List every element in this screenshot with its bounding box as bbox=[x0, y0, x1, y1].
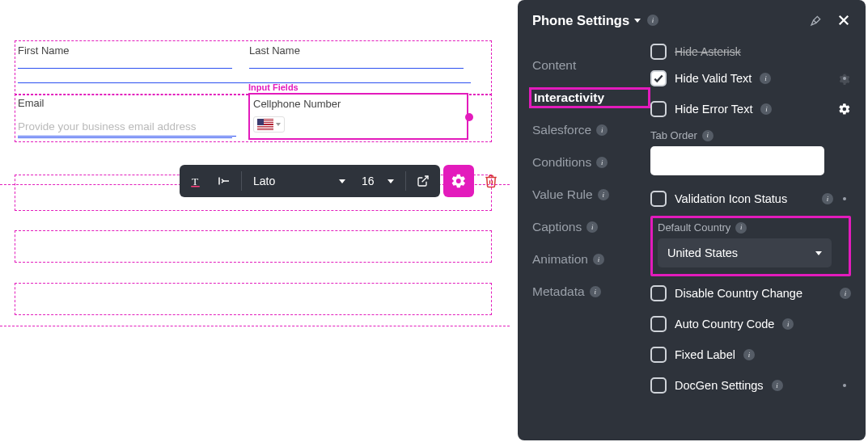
info-icon: i bbox=[590, 286, 601, 297]
info-icon: i bbox=[822, 193, 833, 204]
docgen-settings-label: DocGen Settings bbox=[675, 379, 764, 392]
email-label: Email bbox=[18, 97, 240, 109]
fixed-label-checkbox[interactable] bbox=[650, 347, 667, 363]
hide-valid-text-row: Hide Valid Text i bbox=[650, 63, 851, 94]
first-name-label: First Name bbox=[18, 44, 240, 57]
fixed-label-row: Fixed Label i bbox=[650, 339, 851, 370]
auto-country-code-checkbox[interactable] bbox=[650, 316, 667, 332]
email-field[interactable]: Email Provide your business email addres… bbox=[18, 97, 240, 138]
disable-country-change-row: Disable Country Change i bbox=[650, 278, 851, 309]
chevron-down-icon bbox=[339, 179, 345, 183]
settings-panel: Phone Settings i Content Interactivity bbox=[518, 0, 866, 440]
blue-underline-row1 bbox=[18, 82, 471, 83]
docgen-settings-checkbox[interactable] bbox=[650, 377, 667, 394]
font-size-select[interactable]: 16 bbox=[355, 168, 400, 194]
default-country-label: Default Country bbox=[658, 221, 730, 234]
tab-order-label: Tab Order bbox=[650, 129, 697, 141]
first-name-field[interactable]: First Name bbox=[18, 44, 240, 69]
panel-title-text: Phone Settings bbox=[532, 13, 629, 28]
chevron-down-icon bbox=[276, 123, 281, 126]
form-canvas: First Name Last Name Email Provide your … bbox=[0, 0, 526, 442]
validation-icon-status-checkbox[interactable] bbox=[650, 191, 667, 207]
tab-metadata[interactable]: Metadata i bbox=[532, 284, 647, 299]
chevron-down-icon bbox=[387, 179, 394, 183]
us-flag-icon bbox=[257, 119, 273, 130]
close-icon bbox=[836, 13, 851, 27]
row-4-guide bbox=[15, 230, 492, 263]
disable-country-change-checkbox[interactable] bbox=[650, 285, 667, 301]
email-placeholder: Provide your business email address bbox=[18, 120, 240, 133]
fixed-label-label: Fixed Label bbox=[675, 348, 735, 361]
svg-line-4 bbox=[422, 176, 428, 182]
info-icon[interactable]: i bbox=[647, 15, 658, 26]
disable-country-change-label: Disable Country Change bbox=[675, 287, 802, 300]
tab-value-rule[interactable]: Value Rule i bbox=[532, 187, 647, 202]
info-icon: i bbox=[760, 73, 771, 84]
pin-panel-button[interactable] bbox=[806, 10, 827, 31]
cellphone-field-selected[interactable]: Cellphone Number bbox=[248, 93, 468, 140]
auto-country-code-row: Auto Country Code i bbox=[650, 309, 851, 339]
font-family-value: Lato bbox=[253, 175, 275, 187]
delete-element-button[interactable] bbox=[477, 165, 505, 197]
info-icon: i bbox=[596, 157, 608, 168]
default-country-value: United States bbox=[667, 246, 738, 259]
external-link-icon bbox=[417, 175, 430, 187]
chevron-down-icon bbox=[634, 19, 641, 23]
tab-conditions[interactable]: Conditions i bbox=[532, 155, 647, 170]
spacing-icon bbox=[217, 174, 231, 188]
info-icon: i bbox=[596, 124, 608, 136]
blue-underline-row2 bbox=[18, 136, 236, 137]
panel-header: Phone Settings i bbox=[518, 0, 866, 40]
row-settings-button[interactable] bbox=[838, 103, 851, 116]
last-name-label: Last Name bbox=[249, 44, 472, 57]
hide-valid-text-checkbox[interactable] bbox=[650, 70, 667, 86]
default-country-select[interactable]: United States bbox=[658, 238, 832, 267]
gear-icon bbox=[451, 173, 467, 189]
info-icon: i bbox=[760, 103, 772, 115]
info-icon: i bbox=[743, 349, 755, 360]
hide-valid-text-label: Hide Valid Text bbox=[675, 72, 752, 85]
row-settings-button[interactable] bbox=[838, 192, 851, 205]
tab-order-input[interactable] bbox=[650, 146, 824, 175]
info-icon: i bbox=[735, 222, 747, 234]
docgen-settings-row: DocGen Settings i bbox=[650, 370, 851, 401]
validation-icon-status-label: Validation Icon Status bbox=[675, 192, 787, 205]
selection-resize-handle[interactable] bbox=[465, 113, 473, 121]
text-style-button[interactable]: T bbox=[184, 168, 209, 194]
last-name-field[interactable]: Last Name bbox=[249, 44, 472, 69]
trash-icon bbox=[484, 174, 498, 188]
email-underline bbox=[18, 137, 232, 138]
tab-captions[interactable]: Captions i bbox=[532, 220, 647, 234]
element-toolbar: T Lato 16 bbox=[180, 165, 505, 197]
spacing-button[interactable] bbox=[212, 168, 236, 194]
tab-salesforce[interactable]: Salesforce i bbox=[532, 123, 647, 137]
hide-error-text-label: Hide Error Text bbox=[675, 103, 752, 116]
panel-title-dropdown[interactable]: Phone Settings bbox=[532, 13, 641, 28]
gear-icon bbox=[838, 379, 851, 392]
gear-icon bbox=[838, 72, 851, 85]
font-family-select[interactable]: Lato bbox=[247, 168, 352, 194]
element-settings-button[interactable] bbox=[443, 165, 474, 197]
hide-asterisk-row-partial: Hide Asterisk bbox=[650, 44, 851, 60]
tab-animation[interactable]: Animation i bbox=[532, 252, 647, 267]
hide-error-text-checkbox[interactable] bbox=[650, 101, 667, 117]
hide-asterisk-checkbox[interactable] bbox=[650, 44, 667, 60]
row-settings-button[interactable] bbox=[838, 379, 851, 392]
popout-button[interactable] bbox=[411, 168, 435, 194]
close-panel-button[interactable] bbox=[833, 10, 854, 31]
tab-order-block: Tab Order i bbox=[650, 124, 851, 183]
country-flag-picker[interactable] bbox=[253, 116, 285, 133]
default-country-block-highlight: Default Country i United States bbox=[650, 216, 851, 276]
info-icon: i bbox=[840, 288, 851, 299]
tab-interactivity[interactable]: Interactivity bbox=[532, 91, 647, 105]
check-icon bbox=[653, 73, 664, 84]
tab-content[interactable]: Content bbox=[532, 58, 647, 73]
row-settings-button[interactable] bbox=[838, 72, 851, 85]
pin-icon bbox=[810, 14, 823, 27]
canvas-divider-2 bbox=[0, 326, 510, 326]
text-icon: T bbox=[189, 174, 204, 188]
info-icon: i bbox=[586, 221, 598, 233]
gear-icon bbox=[838, 103, 851, 116]
validation-icon-status-row: Validation Icon Status i bbox=[650, 183, 851, 214]
hide-error-text-row: Hide Error Text i bbox=[650, 94, 851, 124]
